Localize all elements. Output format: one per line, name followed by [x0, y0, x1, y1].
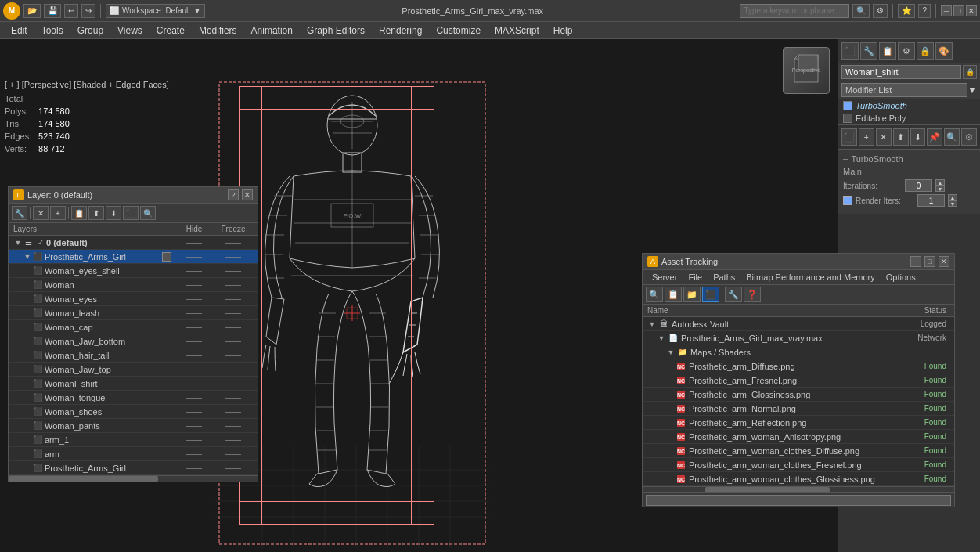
modifier-item-editpoly[interactable]: Editable Poly: [838, 112, 980, 124]
layer-item-3[interactable]: ⬛ Woman_leash —— ——: [9, 306, 258, 320]
menu-edit[interactable]: Edit: [5, 23, 34, 38]
file-open-btn[interactable]: 📂: [23, 4, 41, 18]
rp-icon-3[interactable]: 📋: [879, 42, 896, 60]
asset-item-vault[interactable]: ▼ 🏛 Autodesk Vault Logged: [643, 317, 954, 331]
layer-scrollbar[interactable]: [9, 475, 258, 482]
ts-renderiter-up[interactable]: ▲: [948, 194, 957, 200]
asset-path-input[interactable]: [646, 495, 951, 506]
asset-maxfile-expand[interactable]: ▼: [657, 334, 666, 343]
layer-tb-delete[interactable]: ✕: [33, 206, 49, 220]
layer-item-1[interactable]: ⬛ Woman —— ——: [9, 278, 258, 292]
layer-item-11[interactable]: ⬛ Woman_pants —— ——: [9, 419, 258, 433]
layer-tb-expand[interactable]: ⬛: [123, 206, 139, 220]
layer-item-13[interactable]: ⬛ arm —— ——: [9, 447, 258, 461]
mod-ctrl-1[interactable]: ⬛: [841, 128, 857, 146]
asset-maps-expand[interactable]: ▼: [666, 348, 676, 357]
menu-modifiers[interactable]: Modifiers: [193, 23, 243, 38]
layer-item-2[interactable]: ⬛ Woman_eyes —— ——: [9, 292, 258, 306]
menu-animation[interactable]: Animation: [245, 23, 299, 38]
search-btn[interactable]: 🔍: [852, 4, 870, 18]
fav-btn[interactable]: ⭐: [898, 4, 915, 18]
minimize-btn[interactable]: ─: [941, 5, 952, 16]
file-save-btn[interactable]: 💾: [44, 4, 61, 18]
menu-tools[interactable]: Tools: [35, 23, 70, 38]
undo-btn[interactable]: ↩: [64, 4, 78, 18]
layer-panel-titlebar[interactable]: L Layer: 0 (default) ? ✕: [9, 187, 258, 204]
layer-scroll-thumb[interactable]: [9, 476, 158, 482]
asset-close-btn[interactable]: ✕: [939, 256, 949, 267]
asset-restore-btn[interactable]: □: [924, 256, 935, 267]
menu-rendering[interactable]: Rendering: [373, 23, 428, 38]
ts-collapse-btn[interactable]: ─: [843, 155, 848, 163]
asset-item-tex-2[interactable]: NC Prosthetic_arm_Glossiness.png Found: [643, 388, 954, 402]
rp-icon-2[interactable]: 🔧: [860, 42, 877, 60]
modifier-check-ep[interactable]: [843, 114, 852, 123]
layer-item-4[interactable]: ⬛ Woman_cap —— ——: [9, 320, 258, 334]
layer-item-default[interactable]: ▼ ☰ ✓ 0 (default) —— ——: [9, 236, 258, 250]
layer-panel-question-btn[interactable]: ?: [228, 189, 239, 200]
asset-item-tex-4[interactable]: NC Prosthetic_arm_Reflection.png Found: [643, 416, 954, 430]
layer-tb-move-dn[interactable]: ⬇: [106, 206, 121, 220]
asset-item-tex-0[interactable]: NC Prosthetic_arm_Diffuse.png Found: [643, 359, 954, 373]
ts-iter-spinner[interactable]: ▲ ▼: [935, 179, 945, 192]
layer-tb-add[interactable]: +: [50, 206, 66, 220]
mod-ctrl-8[interactable]: ⚙: [961, 128, 977, 146]
layer-tb-select[interactable]: 📋: [71, 206, 87, 220]
layer-item-9[interactable]: ⬛ Woman_tongue —— ——: [9, 391, 258, 405]
workspace-dropdown[interactable]: ⬜ Workspace: Default ▼: [106, 4, 205, 18]
layer-tb-create[interactable]: 🔧: [12, 206, 27, 220]
asset-item-tex-1[interactable]: NC Prosthetic_arm_Fresnel.png Found: [643, 373, 954, 388]
mod-ctrl-6[interactable]: 📌: [927, 128, 942, 146]
layer-item-12[interactable]: ⬛ arm_1 —— ——: [9, 433, 258, 447]
menu-views[interactable]: Views: [111, 23, 149, 38]
layer-item-6[interactable]: ⬛ Woman_hair_tail —— ——: [9, 348, 258, 363]
ts-iter-down[interactable]: ▼: [935, 186, 945, 192]
layer-tb-move-up[interactable]: ⬆: [88, 206, 104, 220]
layer-item-14[interactable]: ⬛ Prosthetic_Arms_Girl —— ——: [9, 461, 258, 475]
asset-tb-5[interactable]: 🔧: [725, 287, 742, 302]
asset-item-tex-3[interactable]: NC Prosthetic_arm_Normal.png Found: [643, 402, 954, 416]
layer-tb-filter[interactable]: 🔍: [140, 206, 156, 220]
ts-renderiter-input[interactable]: [917, 194, 945, 207]
rp-icon-6[interactable]: 🎨: [935, 42, 953, 60]
maximize-btn[interactable]: □: [953, 5, 964, 16]
layer-item-0[interactable]: ⬛ Woman_eyes_shell —— ——: [9, 264, 258, 278]
layer-item-10[interactable]: ⬛ Woman_shoes —— ——: [9, 405, 258, 419]
mod-ctrl-7[interactable]: 🔍: [944, 128, 960, 146]
ts-renderiter-spinner[interactable]: ▲ ▼: [948, 194, 957, 207]
asset-menu-paths[interactable]: Paths: [708, 272, 740, 283]
asset-panel-titlebar[interactable]: A Asset Tracking ─ □ ✕: [643, 254, 954, 270]
menu-graph-editors[interactable]: Graph Editors: [301, 23, 371, 38]
mod-ctrl-4[interactable]: ⬆: [893, 128, 909, 146]
help-btn[interactable]: ?: [918, 4, 931, 18]
ts-renderiter-down[interactable]: ▼: [948, 200, 957, 207]
modifier-lock-btn[interactable]: 🔒: [963, 65, 977, 79]
asset-item-maxfile[interactable]: ▼ 📄 Prosthetic_Arms_Girl_max_vray.max Ne…: [643, 331, 954, 345]
menu-group[interactable]: Group: [71, 23, 110, 38]
modifier-list-input[interactable]: [841, 83, 967, 97]
rp-icon-1[interactable]: ⬛: [841, 42, 859, 60]
asset-vault-expand[interactable]: ▼: [647, 319, 657, 329]
mod-ctrl-3[interactable]: ✕: [876, 128, 892, 146]
asset-tb-3[interactable]: 📁: [683, 287, 701, 302]
redo-btn[interactable]: ↪: [81, 4, 95, 18]
close-btn[interactable]: ✕: [966, 5, 977, 16]
asset-scroll-h-thumb[interactable]: [705, 487, 830, 492]
asset-tb-4[interactable]: ⬛: [702, 287, 719, 302]
asset-item-maps-folder[interactable]: ▼ 📁 Maps / Shaders: [643, 345, 954, 359]
asset-menu-bitmap[interactable]: Bitmap Performance and Memory: [741, 272, 879, 283]
rp-icon-4[interactable]: ⚙: [898, 42, 915, 60]
ts-iter-input[interactable]: [905, 179, 932, 192]
modifier-item-turbosmooth[interactable]: TurboSmooth: [838, 99, 980, 112]
menu-customize[interactable]: Customize: [430, 23, 487, 38]
layer-expand-prosthetic[interactable]: ▼: [23, 252, 32, 262]
mod-ctrl-2[interactable]: +: [859, 128, 874, 146]
asset-minimize-btn[interactable]: ─: [910, 256, 921, 267]
asset-tb-2[interactable]: 📋: [665, 287, 682, 302]
layer-item-5[interactable]: ⬛ Woman_Jaw_bottom —— ——: [9, 334, 258, 348]
layer-item-7[interactable]: ⬛ Woman_Jaw_top —— ——: [9, 363, 258, 377]
asset-item-tex-6[interactable]: NC Prosthetic_arm_woman_clothes_Diffuse.…: [643, 444, 954, 458]
layer-item-prosthetic[interactable]: ▼ ⬛ Prosthetic_Arms_Girl —— ——: [9, 250, 258, 264]
layer-item-8[interactable]: ⬛ WomanI_shirt —— ——: [9, 377, 258, 391]
menu-create[interactable]: Create: [150, 23, 191, 38]
